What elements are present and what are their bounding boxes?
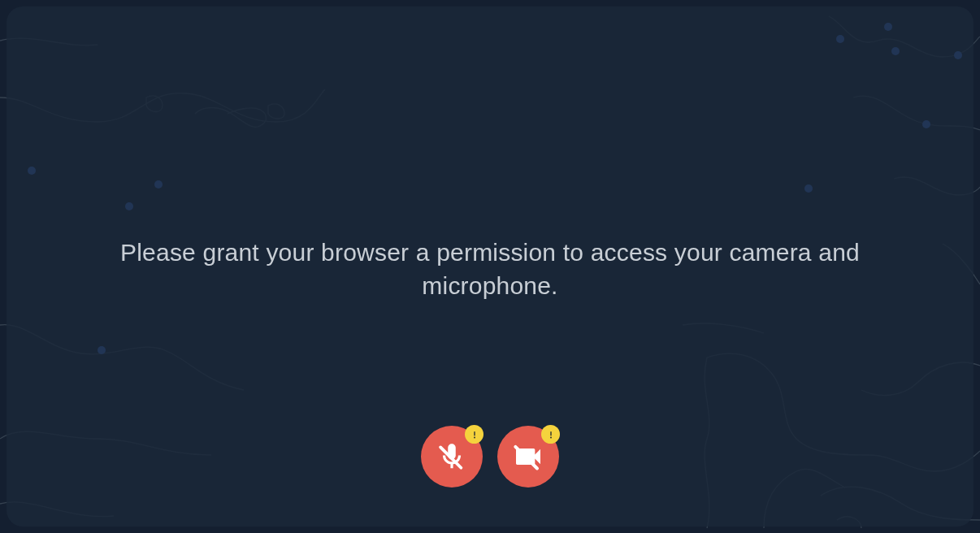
permission-request-message: Please grant your browser a permission t… <box>67 236 913 302</box>
svg-rect-4 <box>550 431 551 436</box>
camera-off-icon <box>512 440 544 473</box>
exclamation-icon <box>470 430 479 440</box>
svg-rect-1 <box>474 431 475 436</box>
svg-point-2 <box>474 436 475 438</box>
microphone-warning-badge <box>465 425 483 444</box>
media-controls <box>421 426 559 488</box>
camera-warning-badge <box>541 425 560 444</box>
exclamation-icon <box>546 430 556 440</box>
permission-overlay-card: Please grant your browser a permission t… <box>7 6 973 526</box>
svg-point-5 <box>550 436 552 438</box>
microphone-toggle-button[interactable] <box>421 426 483 488</box>
camera-toggle-button[interactable] <box>497 426 559 488</box>
microphone-off-icon <box>436 441 467 472</box>
